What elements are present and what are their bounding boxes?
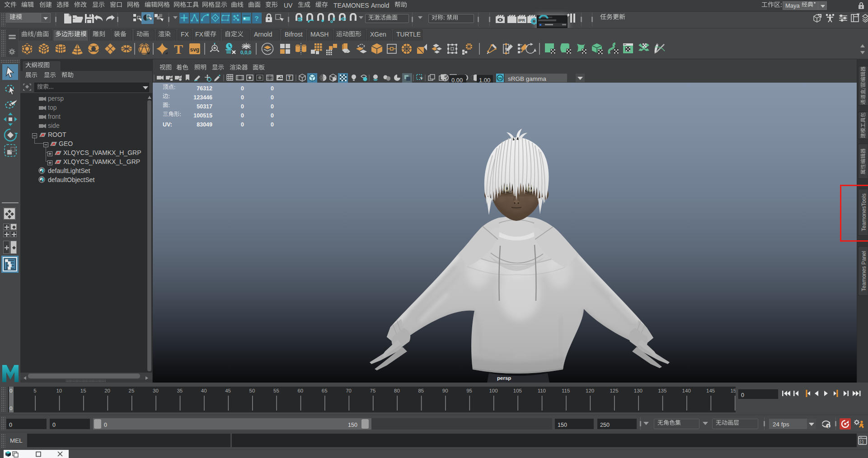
svg-text:5: 5 (33, 388, 36, 393)
svg-text:45: 45 (225, 388, 231, 393)
svg-text:100: 100 (489, 388, 497, 393)
svg-text:85: 85 (418, 388, 424, 393)
svg-text:70: 70 (346, 388, 352, 393)
svg-text:50: 50 (249, 388, 255, 393)
svg-text:105: 105 (513, 388, 522, 393)
svg-text:10: 10 (56, 388, 62, 393)
svg-text:1: 1 (827, 424, 830, 429)
svg-text:40: 40 (201, 388, 207, 393)
svg-text:IPR: IPR (518, 18, 525, 23)
svg-text:135: 135 (658, 388, 666, 393)
svg-text:110: 110 (538, 388, 546, 393)
svg-text:T: T (288, 75, 291, 80)
svg-text:60: 60 (297, 388, 303, 393)
svg-text:ON: ON (497, 77, 502, 80)
svg-text:90: 90 (442, 388, 448, 393)
svg-text:svg: svg (190, 47, 200, 53)
svg-text:150: 150 (730, 388, 736, 393)
svg-text:95: 95 (466, 388, 472, 393)
svg-text:25: 25 (129, 388, 135, 393)
svg-text:15: 15 (80, 388, 86, 393)
svg-text:65: 65 (322, 388, 328, 393)
svg-text:115: 115 (562, 388, 570, 393)
svg-text:120: 120 (586, 388, 594, 393)
svg-text:80: 80 (394, 388, 400, 393)
svg-text:0: 0 (9, 406, 12, 411)
svg-text:30: 30 (153, 388, 159, 393)
svg-text:0: 0 (9, 388, 12, 393)
svg-text:?: ? (254, 14, 259, 22)
svg-text:125: 125 (610, 388, 618, 393)
svg-text:35: 35 (177, 388, 183, 393)
svg-text:20: 20 (104, 388, 110, 393)
svg-text:140: 140 (682, 388, 691, 393)
svg-text:55: 55 (273, 388, 279, 393)
svg-text:130: 130 (634, 388, 643, 393)
svg-text:T: T (174, 42, 183, 55)
svg-text:{;}: {;} (859, 439, 864, 444)
svg-text:75: 75 (370, 388, 376, 393)
svg-text:145: 145 (706, 388, 715, 393)
svg-text:0,0,0: 0,0,0 (240, 50, 251, 55)
